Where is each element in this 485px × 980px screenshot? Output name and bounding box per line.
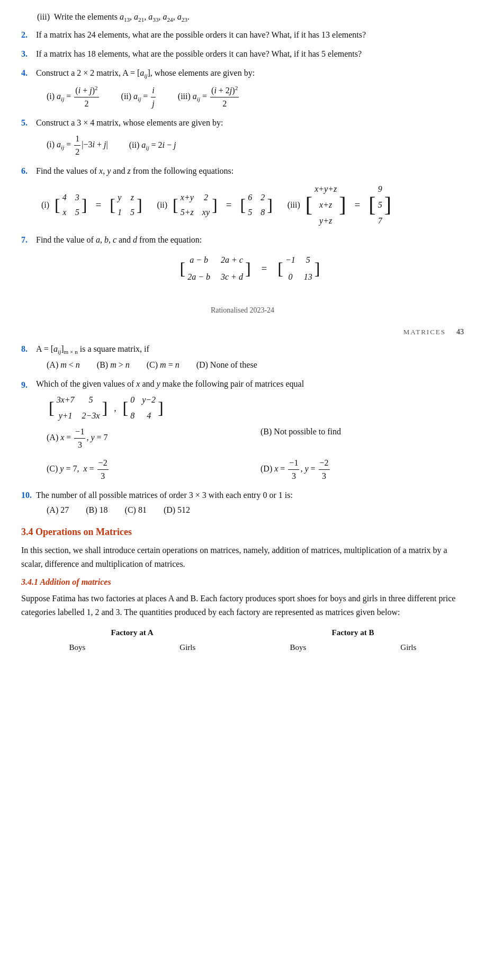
- q10-option-b: (B) 18: [86, 504, 107, 516]
- q9-matrices: [ 3x+7 5 y+1 2−3x ] , [ 0 y−2 8: [47, 394, 464, 422]
- q8-text: A = [aij]m × n is a square matrix, if (A…: [36, 343, 464, 371]
- q6-m6-grid: 9 5 7: [376, 183, 384, 227]
- q6-matrix4: [ 6 2 5 8 ]: [240, 191, 272, 219]
- q4-part-iii: (iii) aij = (i + 2j)2 2: [178, 84, 240, 110]
- factory-table: Factory at A Factory at B Boys Girls Boy…: [21, 625, 464, 656]
- q6-matrix2: [ y z 1 5 ]: [110, 191, 142, 219]
- q6-matrix3: [ x+y 2 5+z xy ]: [173, 191, 218, 219]
- q9-matrix1: [ 3x+7 5 y+1 2−3x ]: [49, 394, 107, 422]
- question-8: 8. A = [aij]m × n is a square matrix, if…: [21, 343, 464, 371]
- question-6: 6. Find the values of x, y and z from th…: [21, 165, 464, 227]
- q3-num: 3.: [21, 48, 32, 60]
- header-text: MATRICES: [403, 327, 446, 337]
- question-10: 10. The number of all possible matrices …: [21, 489, 464, 516]
- q10-num: 10.: [21, 489, 32, 516]
- q7-m2-grid: −1 5 0 13: [283, 254, 315, 283]
- q9-option-d: (D) x = −1 3 , y = −2 3: [261, 457, 464, 483]
- q6-m5-grid: x+y+z x+z y+z: [312, 183, 339, 227]
- subsection-intro: Suppose Fatima has two factories at plac…: [21, 592, 464, 619]
- q7-matrix2: [ −1 5 0 13 ]: [277, 254, 320, 283]
- page-content: (iii) Write the elements a13, a21, a33, …: [21, 11, 464, 656]
- factory-a-girls: Girls: [133, 640, 242, 655]
- subsection-title: 3.4.1 Addition of matrices: [21, 576, 464, 589]
- q7-matrix1: [ a − b 2a + c 2a − b 3c + d ]: [180, 254, 251, 283]
- q10-text: The number of all possible matrices of o…: [36, 489, 464, 516]
- q5-part-i: (i) aij = 1 2 |−3i + j|: [47, 132, 108, 158]
- q6-ii-label: (ii): [157, 199, 168, 211]
- q6-m4-grid: 6 2 5 8: [246, 191, 267, 219]
- q10-option-a: (A) 27: [47, 504, 69, 516]
- q4-part-i: (i) aij = (i + j)2 2: [47, 84, 100, 110]
- q5-part-ii: (ii) aij = 2i − j: [129, 139, 176, 153]
- question-9: 9. Which of the given values of x and y …: [21, 378, 464, 483]
- q4-parts: (i) aij = (i + j)2 2 (ii) aij = i j (iii…: [47, 84, 464, 110]
- q6-m1-grid: 4 3 x 5: [60, 191, 82, 219]
- question-3: 3. If a matrix has 18 elements, what are…: [21, 48, 464, 60]
- q3-text: If a matrix has 18 elements, what are th…: [36, 48, 464, 60]
- q2-text: If a matrix has 24 elements, what are th…: [36, 29, 464, 41]
- q5-text: Construct a 3 × 4 matrix, whose elements…: [36, 117, 464, 158]
- q6-m2-grid: y z 1 5: [115, 191, 137, 219]
- q7-num: 7.: [21, 234, 32, 283]
- q6-matrix1: [ 4 3 x 5 ]: [55, 191, 87, 219]
- q10-options: (A) 27 (B) 18 (C) 81 (D) 512: [47, 504, 464, 516]
- page-number: 43: [456, 326, 464, 337]
- section-intro: In this section, we shall introduce cert…: [21, 544, 464, 571]
- q2-num: 2.: [21, 29, 32, 41]
- rationalised-text: Rationalised 2023-24: [21, 305, 464, 316]
- question-2: 2. If a matrix has 24 elements, what are…: [21, 29, 464, 41]
- factory-b-header: Factory at B: [243, 626, 463, 640]
- q6-iii-label: (iii): [288, 199, 300, 211]
- q6-parts: (i) [ 4 3 x 5 ] = [: [41, 183, 464, 227]
- q9-text: Which of the given values of x and y mak…: [36, 378, 464, 483]
- section-title: 3.4 Operations on Matrices: [21, 525, 464, 539]
- q10-option-c: (C) 81: [125, 504, 147, 516]
- q6-part-iii: (iii) [ x+y+z x+z y+z ] = [: [288, 183, 393, 227]
- q6-num: 6.: [21, 165, 32, 227]
- factory-b-girls: Girls: [354, 640, 463, 655]
- q7-equation: [ a − b 2a + c 2a − b 3c + d ] = [ −1 5: [36, 254, 464, 283]
- factory-a-boys: Boys: [22, 640, 132, 655]
- q9-option-a: (A) x = −1 3 , y = 7: [47, 425, 250, 451]
- q8-option-a: (A) m < n: [47, 359, 80, 371]
- q4-num: 4.: [21, 67, 32, 110]
- q6-i-label: (i): [41, 199, 49, 211]
- q9-option-b: (B) Not possible to find: [261, 425, 464, 451]
- q5-parts: (i) aij = 1 2 |−3i + j| (ii) aij = 2i − …: [47, 132, 464, 158]
- iii-row: (iii) Write the elements a13, a21, a33, …: [37, 11, 464, 24]
- page-header: MATRICES 43: [21, 326, 464, 337]
- q6-text: Find the values of x, y and z from the f…: [36, 165, 464, 227]
- q8-option-b: (B) m > n: [97, 359, 130, 371]
- q4-part-ii: (ii) aij = i j: [121, 84, 157, 110]
- q4-text: Construct a 2 × 2 matrix, A = [aij], who…: [36, 67, 464, 110]
- q8-option-d: (D) None of these: [196, 359, 257, 371]
- q9-matrix2: [ 0 y−2 8 4 ]: [123, 394, 164, 422]
- q9-option-c: (C) y = 7, x = −2 3: [47, 457, 250, 483]
- q8-option-c: (C) m = n: [147, 359, 179, 371]
- q5-num: 5.: [21, 117, 32, 158]
- q7-text: Find the value of a, b, c and d from the…: [36, 234, 464, 283]
- q8-options: (A) m < n (B) m > n (C) m = n (D) None o…: [47, 359, 464, 371]
- q9-options: (A) x = −1 3 , y = 7 (B) Not possible to…: [47, 425, 464, 483]
- iii-text: (iii) Write the elements a13, a21, a33, …: [37, 12, 190, 21]
- q6-part-ii: (ii) [ x+y 2 5+z xy ] = [: [157, 191, 275, 219]
- question-7: 7. Find the value of a, b, c and d from …: [21, 234, 464, 283]
- q8-num: 8.: [21, 343, 32, 371]
- q10-option-d: (D) 512: [164, 504, 190, 516]
- q9-num: 9.: [21, 378, 32, 483]
- q6-m3-grid: x+y 2 5+z xy: [178, 191, 212, 219]
- factory-a-header: Factory at A: [22, 626, 242, 640]
- q6-matrix5: [ x+y+z x+z y+z ]: [306, 183, 346, 227]
- question-4: 4. Construct a 2 × 2 matrix, A = [aij], …: [21, 67, 464, 110]
- question-5: 5. Construct a 3 × 4 matrix, whose eleme…: [21, 117, 464, 158]
- q7-m1-grid: a − b 2a + c 2a − b 3c + d: [185, 254, 245, 283]
- factory-b-boys: Boys: [243, 640, 353, 655]
- q6-part-i: (i) [ 4 3 x 5 ] = [: [41, 191, 145, 219]
- q6-matrix6: [ 9 5 7 ]: [369, 183, 391, 227]
